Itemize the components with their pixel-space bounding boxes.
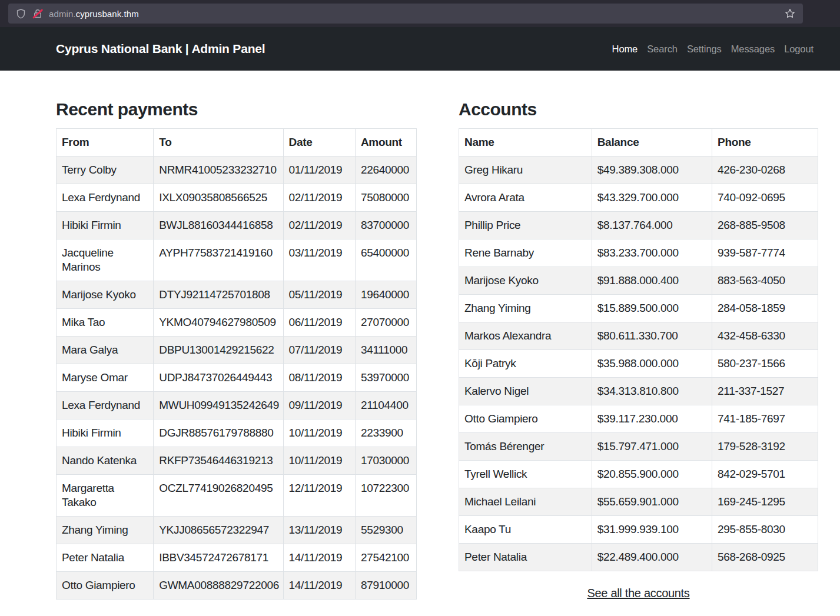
table-cell: 14/11/2019 (283, 544, 355, 572)
table-row: Tomás Bérenger$15.797.471.000179-528-319… (459, 433, 818, 461)
column-header-balance: Balance (592, 129, 712, 157)
table-cell: 13/11/2019 (283, 517, 355, 544)
table-cell: 842-029-5701 (712, 461, 818, 488)
table-row: Terry ColbyNRMR4100523323271001/11/20192… (57, 157, 417, 184)
table-cell: 580-237-1566 (712, 350, 818, 378)
table-cell: 27070000 (355, 309, 416, 337)
table-cell: 08/11/2019 (283, 364, 355, 392)
table-row: Kōji Patryk$35.988.000.000580-237-1566 (459, 350, 818, 378)
table-row: Margaretta TakakoOCZL7741902682049512/11… (57, 475, 417, 517)
table-cell: 03/11/2019 (283, 239, 355, 281)
table-cell: AYPH77583721419160 (154, 239, 283, 281)
recent-payments-title: Recent payments (56, 99, 417, 120)
table-row: Marijose KyokoDTYJ9211472570180805/11/20… (57, 281, 417, 309)
nav-link-settings[interactable]: Settings (687, 44, 722, 54)
table-cell: Kaapo Tu (459, 516, 592, 544)
accounts-title: Accounts (459, 99, 818, 120)
table-cell: $91.888.000.400 (592, 267, 712, 295)
table-cell: Michael Leilani (459, 488, 592, 516)
table-row: Marijose Kyoko$91.888.000.400883-563-405… (459, 267, 818, 295)
table-cell: 53970000 (355, 364, 416, 392)
accounts-header-row: Name Balance Phone (459, 129, 818, 157)
table-cell: DBPU13001429215622 (154, 337, 283, 364)
accounts-table: Name Balance Phone Greg Hikaru$49.389.30… (459, 128, 818, 571)
table-row: Greg Hikaru$49.389.308.000426-230-0268 (459, 157, 818, 184)
table-row: Mika TaoYKMO4079462798050906/11/20192707… (57, 309, 417, 337)
main-content: Recent payments From To Date Amount Terr… (0, 71, 840, 600)
column-header-date: Date (283, 129, 355, 157)
table-cell: $83.233.700.000 (592, 239, 712, 267)
table-cell: 211-337-1527 (712, 378, 818, 405)
table-cell: OCZL77419026820495 (154, 475, 283, 517)
table-cell: Kalervo Nigel (459, 378, 592, 405)
nav-link-search[interactable]: Search (647, 44, 678, 54)
url-bar[interactable]: admin.cyprusbank.thm (8, 4, 803, 24)
table-cell: Marijose Kyoko (459, 267, 592, 295)
table-row: Rene Barnaby$83.233.700.000939-587-7774 (459, 239, 818, 267)
nav-link-logout[interactable]: Logout (784, 44, 814, 54)
table-cell: Hibiki Firmin (57, 212, 154, 239)
table-cell: $22.489.400.000 (592, 544, 712, 571)
table-cell: $43.329.700.000 (592, 184, 712, 212)
table-cell: Mara Galya (57, 337, 154, 364)
table-cell: 10722300 (355, 475, 416, 517)
insecure-lock-icon[interactable] (32, 8, 43, 19)
table-cell: Lexa Ferdynand (57, 392, 154, 419)
table-cell: 83700000 (355, 212, 416, 239)
see-all-accounts-link[interactable]: See all the accounts (587, 587, 689, 600)
table-cell: 179-528-3192 (712, 433, 818, 461)
table-cell: $15.797.471.000 (592, 433, 712, 461)
table-row: Peter NataliaIBBV3457247267817114/11/201… (57, 544, 417, 572)
table-row: Hibiki FirminBWJL8816034441685802/11/201… (57, 212, 417, 239)
table-cell: 27542100 (355, 544, 416, 572)
bookmark-star-icon[interactable] (784, 8, 796, 19)
table-cell: 02/11/2019 (283, 212, 355, 239)
table-row: Peter Natalia$22.489.400.000568-268-0925 (459, 544, 818, 571)
table-cell: 34111000 (355, 337, 416, 364)
table-cell: $35.988.000.000 (592, 350, 712, 378)
table-row: Jacqueline MarinosAYPH7758372141916003/1… (57, 239, 417, 281)
nav-links: Home Search Settings Messages Logout (612, 44, 814, 55)
table-cell: YKJJ08656572322947 (154, 517, 283, 544)
table-cell: 295-855-8030 (712, 516, 818, 544)
table-cell: $49.389.308.000 (592, 157, 712, 184)
nav-link-home[interactable]: Home (612, 44, 638, 54)
table-row: Nando KatenkaRKFP7354644631921310/11/201… (57, 447, 417, 475)
nav-link-messages[interactable]: Messages (731, 44, 775, 54)
table-cell: BWJL88160344416858 (154, 212, 283, 239)
shield-icon[interactable] (15, 8, 26, 19)
table-cell: Phillip Price (459, 212, 592, 239)
accounts-section: Accounts Name Balance Phone Greg Hikaru$… (459, 99, 818, 600)
column-header-name: Name (459, 129, 592, 157)
table-row: Otto GiampieroGWMA0088882972200614/11/20… (57, 572, 417, 600)
table-cell: 740-092-0695 (712, 184, 818, 212)
table-cell: 426-230-0268 (712, 157, 818, 184)
column-header-to: To (154, 129, 283, 157)
table-cell: Tomás Bérenger (459, 433, 592, 461)
table-cell: Margaretta Takako (57, 475, 154, 517)
table-cell: 432-458-6330 (712, 322, 818, 350)
table-cell: $31.999.939.100 (592, 516, 712, 544)
table-cell: Zhang Yiming (57, 517, 154, 544)
table-cell: Greg Hikaru (459, 157, 592, 184)
table-row: Kalervo Nigel$34.313.810.800211-337-1527 (459, 378, 818, 405)
table-cell: 06/11/2019 (283, 309, 355, 337)
table-cell: Hibiki Firmin (57, 419, 154, 447)
table-cell: UDPJ84737026449443 (154, 364, 283, 392)
table-row: Otto Giampiero$39.117.230.000741-185-769… (459, 405, 818, 433)
table-cell: Maryse Omar (57, 364, 154, 392)
table-row: Markos Alexandra$80.611.330.700432-458-6… (459, 322, 818, 350)
table-cell: Nando Katenka (57, 447, 154, 475)
table-cell: Zhang Yiming (459, 295, 592, 322)
brand-title: Cyprus National Bank | Admin Panel (56, 42, 265, 56)
table-cell: 09/11/2019 (283, 392, 355, 419)
table-row: Hibiki FirminDGJR8857617978888010/11/201… (57, 419, 417, 447)
table-row: Maryse OmarUDPJ8473702644944308/11/20195… (57, 364, 417, 392)
table-cell: Marijose Kyoko (57, 281, 154, 309)
browser-chrome: admin.cyprusbank.thm (0, 0, 840, 27)
table-cell: Terry Colby (57, 157, 154, 184)
url-text[interactable]: admin.cyprusbank.thm (49, 9, 139, 19)
table-cell: Tyrell Wellick (459, 461, 592, 488)
table-cell: YKMO40794627980509 (154, 309, 283, 337)
table-cell: 268-885-9508 (712, 212, 818, 239)
